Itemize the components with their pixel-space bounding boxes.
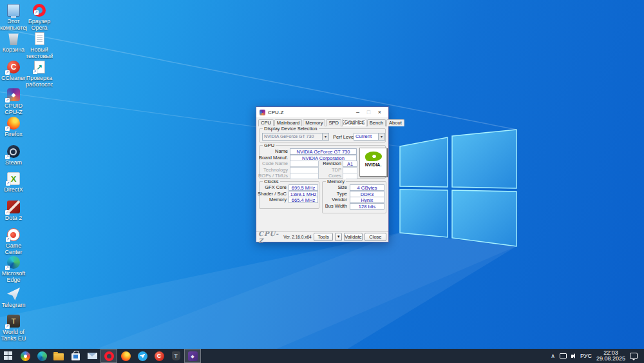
board-manuf-label: Board Manuf. xyxy=(257,155,288,161)
screen: Этот компьютер Корзина CCleaner CPUID CP… xyxy=(0,0,644,363)
game-center-icon xyxy=(7,228,20,241)
taskbar-telegram[interactable] xyxy=(134,349,151,363)
windows-start-icon xyxy=(4,351,13,360)
cores-label: Cores xyxy=(319,173,341,179)
display-device-dropdown[interactable]: NVIDIA GeForce GT 730▾ xyxy=(262,133,329,141)
folder-icon xyxy=(53,353,64,360)
ccleaner-icon xyxy=(155,351,164,361)
desktop-icon-edge[interactable]: Microsoft Edge xyxy=(0,256,27,283)
tray-chevron-up-icon[interactable]: ∧ xyxy=(551,349,555,363)
tdp-label: TDP xyxy=(319,167,341,173)
desktop-icon-world-of-tanks[interactable]: World of Tanks EU xyxy=(0,315,27,342)
desktop-icon-new-text-document[interactable]: Новый текстовый... xyxy=(26,32,53,59)
taskbar-search[interactable] xyxy=(17,349,33,363)
cpu-z-icon xyxy=(188,351,198,361)
steam-icon xyxy=(7,145,20,158)
ccleaner-icon xyxy=(7,61,20,74)
shortcut-arrow-icon xyxy=(6,181,10,186)
shortcut-arrow-icon xyxy=(5,210,10,215)
mail-icon xyxy=(88,353,97,359)
desktop-icon-firefox[interactable]: Firefox xyxy=(0,117,27,137)
start-button[interactable] xyxy=(0,349,17,363)
close-button[interactable]: Close xyxy=(365,233,386,241)
gfx-core-value: 699.5 MHz xyxy=(289,184,318,191)
window-title: CPU-Z xyxy=(268,110,283,115)
taskbar-world-of-tanks[interactable] xyxy=(167,349,184,363)
taskbar-edge[interactable] xyxy=(33,349,50,363)
taskbar-clock[interactable]: 22:03 29.08.2025 xyxy=(596,350,625,362)
tools-button[interactable]: Tools xyxy=(314,233,334,241)
shortcut-arrow-icon xyxy=(5,266,10,270)
shortcut-arrow-icon xyxy=(34,10,39,15)
shortcut-arrow-icon xyxy=(6,237,10,242)
taskbar-cpuz[interactable] xyxy=(184,349,201,363)
perf-level-dropdown[interactable]: Current▾ xyxy=(354,133,385,141)
desktop-icon-telegram[interactable]: Telegram xyxy=(0,288,27,308)
close-icon[interactable]: × xyxy=(374,107,385,117)
display-device-selection-group: Display Device Selection NVIDIA GeForce … xyxy=(259,128,386,142)
desktop-icon-ccleaner[interactable]: CCleaner xyxy=(0,61,27,81)
memory-group: Memory Size 4 GBytes Type DDR3 Vendor Hy… xyxy=(322,181,386,213)
shortcut-arrow-icon xyxy=(5,297,10,302)
recycle-bin-icon xyxy=(7,32,20,45)
version-text: Ver. 2.16.0.x64 xyxy=(283,235,311,239)
taskbar-firefox[interactable] xyxy=(117,349,134,363)
title-bar[interactable]: CPU-Z – □ × xyxy=(256,107,388,117)
group-label: Display Device Selection xyxy=(263,126,319,132)
shortcut-arrow-icon xyxy=(5,98,10,103)
validate-button[interactable]: Validate xyxy=(344,233,363,241)
cpu-z-window-icon xyxy=(260,110,265,115)
tools-dropdown-arrow[interactable]: ▼ xyxy=(335,233,342,241)
desktop-icon-opera[interactable]: Браузер Opera xyxy=(26,4,53,31)
rops-tmus-value xyxy=(290,173,319,179)
nvidia-logo[interactable]: NVIDIA. xyxy=(359,148,387,177)
vendor-label: Vendor xyxy=(323,197,347,202)
desktop-icon-dota2[interactable]: Dota 2 xyxy=(0,201,27,221)
desktop-icon-steam[interactable]: Steam xyxy=(0,145,27,166)
tab-graphics[interactable]: Graphics xyxy=(342,119,366,126)
telegram-icon xyxy=(138,351,147,361)
technology-label: Technology xyxy=(257,167,288,173)
desktop-icon-health-check[interactable]: Проверка работоспо... xyxy=(26,61,53,88)
tab-bench[interactable]: Bench xyxy=(367,119,386,126)
taskbar-ccleaner[interactable] xyxy=(151,349,167,363)
opera-icon xyxy=(104,351,114,361)
memory-clock-label: Memory xyxy=(256,197,287,202)
board-manuf-value: NVIDIA Corporation xyxy=(290,155,357,161)
date-text: 29.08.2025 xyxy=(596,355,625,362)
tab-about[interactable]: About xyxy=(386,119,404,126)
size-label: Size xyxy=(323,184,347,190)
shortcut-arrow-icon xyxy=(5,155,10,159)
taskbar-file-explorer[interactable] xyxy=(50,349,67,363)
text-document-icon xyxy=(35,32,44,45)
gpu-group: GPU Name NVIDIA GeForce GT 730 Board Man… xyxy=(259,145,386,179)
telegram-icon xyxy=(7,288,20,300)
name-label: Name xyxy=(257,148,288,154)
desktop-icon-game-center[interactable]: Game Center xyxy=(0,228,27,255)
minimize-button[interactable]: – xyxy=(352,107,363,117)
shortcut-arrow-icon xyxy=(5,324,10,329)
taskbar-opera[interactable] xyxy=(100,349,117,363)
shortcut-arrow-icon xyxy=(5,126,10,131)
desktop-icon-cpuz[interactable]: CPUID CPU-Z xyxy=(0,88,27,115)
language-indicator[interactable]: РУС xyxy=(580,353,592,359)
desktop-icon-directx[interactable]: DirectX xyxy=(0,172,27,193)
group-label: Memory xyxy=(326,179,346,184)
desktop-icon-recycle-bin[interactable]: Корзина xyxy=(0,32,27,53)
gpu-name-value: NVIDIA GeForce GT 730 xyxy=(290,148,357,155)
revision-value: A1 xyxy=(343,161,357,167)
desktop-icon-this-pc[interactable]: Этот компьютер xyxy=(0,4,27,31)
taskbar-store[interactable] xyxy=(67,349,84,363)
display-tray-icon[interactable] xyxy=(560,353,567,358)
shortcut-arrow-icon xyxy=(33,70,37,74)
world-of-tanks-icon xyxy=(172,351,180,360)
notification-center-icon[interactable] xyxy=(630,353,638,359)
speaker-icon[interactable] xyxy=(571,355,573,358)
computer-icon xyxy=(7,4,20,17)
maximize-button: □ xyxy=(363,107,374,117)
memory-clock-value: 665.4 MHz xyxy=(289,197,318,203)
tab-spd[interactable]: SPD xyxy=(326,119,341,126)
group-label: Clocks xyxy=(263,179,280,184)
dota2-icon xyxy=(7,201,20,213)
taskbar-mail[interactable] xyxy=(84,349,100,363)
